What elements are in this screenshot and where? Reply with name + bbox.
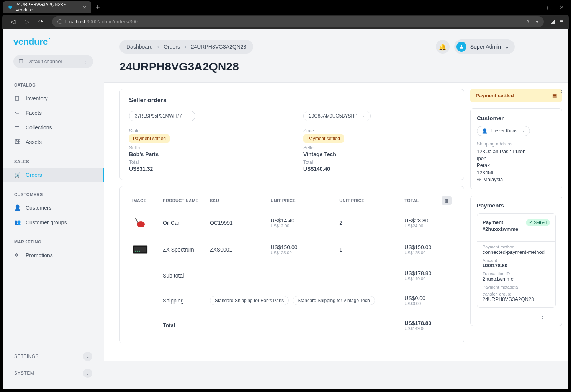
product-image (132, 215, 148, 231)
shipping-total: US$0.00 (404, 295, 435, 301)
browser-back-button[interactable]: ◁ (8, 18, 18, 25)
svg-rect-5 (135, 251, 136, 252)
payment-meta-label: Payment metadata (483, 285, 550, 289)
total-row: Total US$178.80US$149.00 (129, 313, 455, 338)
window-maximize-icon[interactable]: ▢ (547, 4, 552, 10)
payments-card: Payments Payment #2huxo1wmme ✓Settled Pa… (470, 196, 562, 326)
folder-icon: 🗀 (14, 124, 21, 131)
browser-reload-button[interactable]: ⟳ (35, 18, 46, 25)
nav-customer-groups[interactable]: 👥Customer groups (3, 215, 104, 230)
nav-label: Customer groups (26, 219, 67, 225)
chevron-right-icon: › (157, 44, 159, 50)
unit-price: US$14.40 (271, 217, 334, 224)
transfer-group: 24URPH8VG3A2QN28 (483, 296, 550, 302)
browser-forward-button[interactable]: ▷ (21, 18, 32, 25)
nav-system[interactable]: SYSTEM ⌄ (10, 365, 96, 382)
product-sku: ZXS0001 (207, 236, 268, 263)
nav-label: Inventory (26, 95, 48, 101)
customer-name: Eliezer Kulas (491, 128, 517, 134)
payments-heading: Payments (477, 202, 556, 209)
extensions-icon[interactable]: ◢ (550, 18, 555, 25)
status-text: Payment settled (476, 93, 514, 98)
nav-orders[interactable]: 🛒Orders (3, 168, 104, 182)
seller-order-link[interactable]: 29G88AM9UG5BYSHP→ (303, 111, 371, 121)
main-content: Dashboard › Orders › 24URPH8VG3A2QN28 🔔 … (104, 29, 568, 389)
browser-menu-icon[interactable]: ≡ (560, 18, 563, 25)
quantity: 2 (336, 209, 401, 236)
table-columns-button[interactable]: ▥ (442, 196, 452, 205)
nav-facets[interactable]: 🏷Facets (3, 106, 104, 120)
payment-box: Payment #2huxo1wmme ✓Settled Payment met… (477, 213, 556, 308)
user-icon: 👤 (482, 128, 488, 134)
table-row: Oil Can OC19991 US$14.40US$12.00 2 US$28… (129, 209, 455, 236)
tab-title: 24URPH8VG3A2QN28 • Vendure (15, 2, 77, 13)
order-total: US$178.80 (404, 320, 435, 326)
image-icon: 🖼 (14, 139, 21, 145)
user-icon: 👤 (14, 204, 21, 211)
seller-orders-heading: Seller orders (129, 97, 455, 104)
seller-label: Seller (129, 145, 280, 150)
state-label: State (303, 128, 455, 134)
subtotal-row: Sub total US$178.80US$149.00 (129, 263, 455, 288)
chevron-down-icon[interactable]: ⌄ (83, 352, 92, 361)
app-shell: vendure˙ ❐ Default channel ⋮ CATALOG ▥In… (3, 29, 568, 389)
product-image (132, 242, 148, 258)
table-row: ZX Spectrum ZXS0001 US$150.00US$125.00 1… (129, 236, 455, 263)
nav-inventory[interactable]: ▥Inventory (3, 91, 104, 106)
inventory-icon: ▥ (14, 95, 21, 102)
svg-rect-2 (135, 218, 139, 223)
oil-can-icon (133, 215, 148, 230)
nav-collections[interactable]: 🗀Collections (3, 120, 104, 135)
addr-line: Perak (477, 162, 556, 169)
new-tab-button[interactable]: + (96, 3, 100, 11)
customer-heading: Customer (477, 115, 556, 121)
shipping-method-pill: Standard Shipping for Vintage Tech (293, 296, 375, 305)
topbar: Dashboard › Orders › 24URPH8VG3A2QN28 🔔 … (104, 29, 568, 54)
product-name: Oil Can (160, 209, 207, 236)
browser-tab[interactable]: 24URPH8VG3A2QN28 • Vendure ✕ (3, 1, 91, 13)
sparkle-icon: ✻ (14, 252, 21, 259)
notifications-button[interactable]: 🔔 (436, 40, 450, 54)
window-minimize-icon[interactable]: — (534, 4, 539, 10)
seller-order-link[interactable]: 37RLSP95P31MWH77→ (129, 111, 195, 121)
user-menu[interactable]: Super Admin ⌄ (454, 39, 515, 54)
page-actions-menu[interactable]: ⋮ (558, 87, 564, 94)
brave-shield-icon[interactable]: ▾ (536, 19, 538, 24)
check-icon: ✓ (529, 220, 532, 225)
chevron-down-icon[interactable]: ⌄ (83, 369, 92, 378)
state-label: State (129, 128, 280, 134)
customer-card: Customer 👤 Eliezer Kulas → Shipping addr… (470, 108, 562, 189)
shipping-total-net: US$0.00 (404, 301, 435, 306)
window-close-icon[interactable]: ✕ (560, 4, 564, 10)
vendure-favicon (8, 5, 12, 10)
url-bar[interactable]: ⓘ localhost:3000/admin/orders/300 ⇪ ▾ (52, 16, 544, 27)
channel-selector[interactable]: ❐ Default channel ⋮ (13, 55, 93, 68)
order-lines-table: IMAGE PRODUCT NAME SKU UNIT PRICE UNIT P… (129, 192, 455, 338)
payment-amount-label: Amount (483, 258, 550, 263)
line-total-net: US$24.00 (404, 224, 435, 228)
nav-promotions[interactable]: ✻Promotions (3, 248, 104, 263)
payment-label: Payment (483, 219, 518, 226)
payment-status-badge: ✓Settled (526, 219, 550, 226)
th-sku: SKU (207, 192, 268, 209)
brand-text: vendure˙ (13, 36, 51, 47)
nav-label: Assets (26, 139, 42, 145)
nav-assets[interactable]: 🖼Assets (3, 135, 104, 149)
addr-line: 123456 (477, 169, 556, 176)
customer-link[interactable]: 👤 Eliezer Kulas → (477, 126, 530, 136)
side-column: Payment settled ▤ Customer 👤 Eliezer Kul… (470, 89, 562, 350)
channel-menu-icon[interactable]: ⋮ (83, 59, 88, 64)
product-sku: OC19991 (207, 209, 268, 236)
breadcrumb-orders[interactable]: Orders (164, 44, 180, 50)
addr-line: Ipoh (477, 155, 556, 162)
nav-settings[interactable]: SETTINGS ⌄ (10, 348, 96, 365)
nav-customers[interactable]: 👤Customers (3, 201, 104, 215)
tab-close-icon[interactable]: ✕ (83, 5, 87, 10)
breadcrumb-dashboard[interactable]: Dashboard (126, 44, 153, 50)
window-controls: — ▢ ✕ (534, 4, 568, 10)
nav-label: Orders (26, 172, 42, 178)
browser-chrome: 24URPH8VG3A2QN28 • Vendure ✕ + — ▢ ✕ ◁ ▷… (0, 0, 571, 29)
payment-method: connected-payment-method (483, 249, 550, 255)
share-icon[interactable]: ⇪ (526, 19, 530, 24)
payment-actions-menu[interactable]: ⋮ (477, 312, 556, 320)
